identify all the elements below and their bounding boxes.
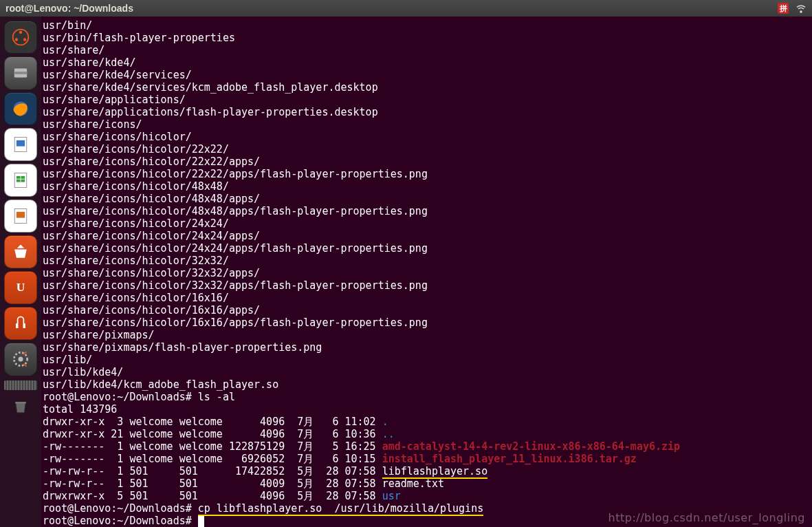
terminal-line: usr/share/icons/hicolor/48x48/apps/flash… <box>43 205 811 217</box>
terminal-line: usr/share/icons/hicolor/32x32/ <box>43 255 811 267</box>
terminal-line: usr/share/applications/ <box>43 94 811 106</box>
ls-row: -rw-rw-r-- 1 501 501 4009 5月 28 07:58 re… <box>43 477 811 490</box>
terminal-line: total 143796 <box>43 403 811 416</box>
ime-pinyin-icon[interactable]: 拼 <box>778 3 789 14</box>
terminal-output[interactable]: usr/bin/usr/bin/flash-player-propertiesu… <box>41 17 812 527</box>
terminal-line: usr/share/icons/hicolor/ <box>43 131 811 143</box>
watermark-text: http://blog.csdn.net/user_longling <box>608 511 805 524</box>
svg-rect-20 <box>15 402 26 404</box>
terminal-line: usr/share/icons/hicolor/24x24/ <box>43 217 811 230</box>
window-title: root@Lenovo: ~/Downloads <box>6 3 778 14</box>
libreoffice-impress-icon[interactable] <box>4 200 37 233</box>
terminal-line: root@Lenovo:~/Downloads# ls -al <box>43 391 811 403</box>
terminal-line: usr/share/icons/hicolor/22x22/apps/flash… <box>43 168 811 180</box>
ubuntuone-music-icon[interactable] <box>4 307 37 340</box>
terminal-line: usr/share/icons/hicolor/32x32/apps/flash… <box>43 279 811 292</box>
window-titlebar: root@Lenovo: ~/Downloads 拼 <box>0 0 812 17</box>
svg-point-3 <box>23 38 26 41</box>
terminal-line: usr/share/icons/hicolor/22x22/ <box>43 143 811 155</box>
terminal-line: usr/share/icons/hicolor/48x48/apps/ <box>43 193 811 205</box>
terminal-line: usr/share/ <box>43 44 811 56</box>
libreoffice-calc-icon[interactable] <box>4 164 37 197</box>
terminal-line: usr/share/applications/flash-player-prop… <box>43 106 811 118</box>
system-settings-icon[interactable] <box>4 343 37 376</box>
svg-point-1 <box>19 31 22 34</box>
terminal-line: usr/lib/kde4/kcm_adobe_flash_player.so <box>43 378 811 391</box>
workspace-switcher-icon[interactable] <box>4 378 37 392</box>
ls-row: drwxr-xr-x 3 welcome welcome 4096 7月 6 1… <box>43 416 811 428</box>
terminal-line: usr/share/icons/hicolor/24x24/apps/ <box>43 230 811 242</box>
svg-rect-16 <box>16 323 19 328</box>
terminal-cursor <box>198 516 204 527</box>
terminal-line: usr/share/icons/hicolor/24x24/apps/flash… <box>43 242 811 255</box>
ls-row: -rw------- 1 welcome welcome 6926052 7月 … <box>43 453 811 465</box>
terminal-line: usr/share/pixmaps/ <box>43 329 811 341</box>
firefox-icon[interactable] <box>4 92 37 125</box>
software-center-icon[interactable] <box>4 235 37 268</box>
terminal-line: usr/bin/ <box>43 19 811 32</box>
svg-point-2 <box>15 38 18 41</box>
terminal-line: usr/bin/flash-player-properties <box>43 32 811 44</box>
ubuntuone-icon[interactable]: U <box>4 271 37 304</box>
ls-row: -rw-rw-r-- 1 501 501 17422852 5月 28 07:5… <box>43 465 811 477</box>
files-app-icon[interactable] <box>4 56 37 89</box>
ls-row: -rw------- 1 welcome welcome 122875129 7… <box>43 440 811 453</box>
terminal-line: usr/share/icons/hicolor/48x48/ <box>43 180 811 193</box>
system-tray: 拼 <box>778 3 806 14</box>
terminal-line: usr/share/kde4/services/kcm_adobe_flash_… <box>43 81 811 94</box>
svg-point-19 <box>19 357 23 362</box>
terminal-line: usr/share/icons/hicolor/16x16/apps/flash… <box>43 316 811 329</box>
svg-text:U: U <box>17 280 25 294</box>
terminal-line: usr/lib/kde4/ <box>43 366 811 378</box>
wifi-icon[interactable] <box>795 3 806 14</box>
svg-rect-5 <box>14 72 27 74</box>
dash-button[interactable] <box>4 21 37 54</box>
unity-launcher: U <box>0 17 41 527</box>
ls-row: drwxr-xr-x 21 welcome welcome 4096 7月 6 … <box>43 428 811 440</box>
terminal-line: usr/share/kde4/ <box>43 56 811 69</box>
ls-row: drwxrwxr-x 5 501 501 4096 5月 28 07:58 us… <box>43 490 811 502</box>
svg-rect-8 <box>17 140 25 147</box>
terminal-line: usr/lib/ <box>43 354 811 366</box>
terminal-line: usr/share/icons/hicolor/16x16/ <box>43 292 811 304</box>
terminal-line: usr/share/icons/hicolor/32x32/apps/ <box>43 267 811 279</box>
libreoffice-writer-icon[interactable] <box>4 128 37 161</box>
trash-icon[interactable] <box>4 395 37 418</box>
terminal-line: usr/share/icons/hicolor/16x16/apps/ <box>43 304 811 316</box>
terminal-line: usr/share/kde4/services/ <box>43 69 811 81</box>
terminal-line: usr/share/pixmaps/flash-player-propertie… <box>43 341 811 354</box>
terminal-line: usr/share/icons/hicolor/22x22/apps/ <box>43 155 811 168</box>
svg-rect-14 <box>17 212 25 218</box>
terminal-line: usr/share/icons/ <box>43 118 811 131</box>
svg-rect-17 <box>23 323 26 328</box>
